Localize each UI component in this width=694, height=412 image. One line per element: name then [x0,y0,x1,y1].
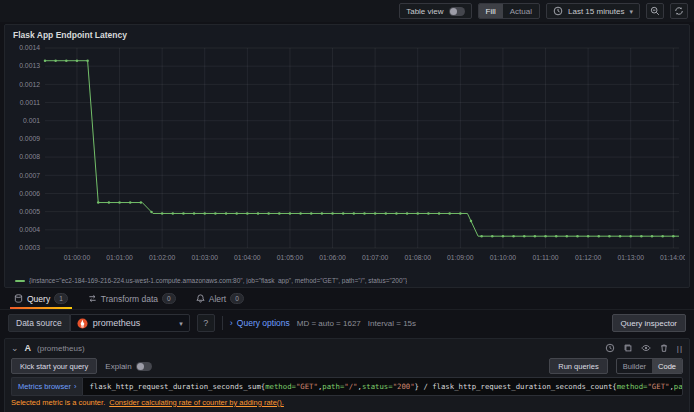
latency-panel: Flask App Endpoint Latency 0.00140.00130… [4,24,690,288]
svg-text:01:04:00: 01:04:00 [234,254,261,261]
tab-label: Query [27,294,50,304]
drag-handle[interactable]: || [677,344,683,353]
svg-text:01:06:00: 01:06:00 [319,254,346,261]
svg-text:01:09:00: 01:09:00 [447,254,474,261]
query-options-toggle[interactable]: › Query options [230,318,290,328]
kick-start-query-button[interactable]: Kick start your query [11,358,97,374]
datasource-label: Data source [8,314,70,332]
run-queries-button[interactable]: Run queries [549,358,607,374]
svg-text:01:13:00: 01:13:00 [617,254,644,261]
magnifier-minus-icon [650,6,660,16]
svg-text:0.0012: 0.0012 [19,81,40,88]
query-row-actions: || [605,343,683,353]
explain-switch[interactable] [136,362,152,371]
legend-item[interactable]: {instance="ec2-184-169-216-224.us-west-1… [9,274,685,287]
time-series-chart[interactable]: 0.00140.00130.00120.00110.0010.00090.000… [9,42,685,274]
query-actions-row: Kick start your query Explain Run querie… [11,355,683,377]
series-legend-label: {instance="ec2-184-169-216-224.us-west-1… [29,277,407,284]
svg-text:0.0007: 0.0007 [19,172,40,179]
datasource-value: prometheus [93,318,141,328]
code-button[interactable]: Code [652,359,682,373]
svg-text:01:07:00: 01:07:00 [362,254,389,261]
svg-text:0.0003: 0.0003 [19,244,40,251]
datasource-help-button[interactable]: ? [197,314,215,332]
editor-tabs: Query 1 Transform data 0 Alert 0 [0,288,694,310]
svg-text:0.0004: 0.0004 [19,226,40,233]
refresh-icon [674,6,684,16]
tab-label: Transform data [101,294,158,304]
svg-text:01:11:00: 01:11:00 [533,254,559,261]
metrics-browser-button[interactable]: Metrics browser › [11,377,82,396]
max-data-points: MD = auto = 1627 [297,319,361,328]
warning-text: Selected metric is a counter. [11,398,105,407]
tab-count-badge: 0 [230,293,244,304]
panel-title: Flask App Endpoint Latency [9,27,685,42]
query-inspector-button[interactable]: Query inspector [612,314,686,332]
time-range-picker[interactable]: Last 15 minutes ▾ [546,3,640,19]
divider [222,316,223,330]
svg-text:01:01:00: 01:01:00 [106,254,133,261]
remove-query-trash-icon[interactable] [659,343,669,353]
fill-button[interactable]: Fill [479,4,503,18]
svg-text:0.0011: 0.0011 [20,99,41,106]
svg-text:01:00:00: 01:00:00 [64,254,91,261]
datasource-picker[interactable]: prometheus ▾ [70,314,190,332]
prometheus-icon [77,318,88,329]
promql-query-input[interactable]: flask_http_request_duration_seconds_sum{… [82,377,683,396]
svg-text:01:10:00: 01:10:00 [490,254,517,261]
topbar: Table view Fill Actual Last 15 minutes ▾ [0,0,694,22]
svg-text:01:03:00: 01:03:00 [192,254,219,261]
explain-label: Explain [105,362,131,371]
clock-icon [553,6,563,16]
chevron-right-icon: › [74,382,77,391]
interval-value: Interval = 15s [368,319,416,328]
grafana-panel-editor: Table view Fill Actual Last 15 minutes ▾ [0,0,694,412]
chevron-down-icon: ▾ [629,8,633,15]
datasource-row: Data source prometheus ▾ ? › Query optio… [0,310,694,336]
tab-alert[interactable]: Alert 0 [188,288,252,309]
builder-code-group: Builder Code [616,358,683,374]
zoom-out-button[interactable] [646,3,664,19]
svg-text:0.0013: 0.0013 [19,62,40,69]
svg-text:0.0009: 0.0009 [19,135,40,142]
counter-warning: Selected metric is a counter. Consider c… [11,396,683,408]
table-view-toggle[interactable]: Table view [399,3,471,19]
hide-response-eye-icon[interactable] [641,343,651,353]
tab-transform-data[interactable]: Transform data 0 [80,288,184,309]
query-database-icon [14,294,23,303]
svg-text:0.0008: 0.0008 [19,153,40,160]
table-view-switch[interactable] [449,7,465,16]
query-code-row: Metrics browser › flask_http_request_dur… [11,377,683,396]
chevron-down-icon: ▾ [179,320,183,327]
history-clock-icon[interactable] [605,343,615,353]
refresh-button[interactable] [670,3,688,19]
query-options-label: Query options [237,318,290,328]
metrics-browser-label: Metrics browser [18,382,71,391]
transform-icon [88,294,97,303]
rate-hint-link[interactable]: Consider calculating rate of counter by … [109,398,284,407]
query-row-card: ⌄ A (prometheus) || Kick start yo [4,338,690,412]
bell-icon [196,294,205,303]
svg-text:01:08:00: 01:08:00 [404,254,431,261]
query-datasource-hint: (prometheus) [37,344,85,353]
table-view-label: Table view [406,7,443,16]
svg-text:0.0006: 0.0006 [19,190,40,197]
tab-query[interactable]: Query 1 [6,288,76,309]
svg-text:01:05:00: 01:05:00 [277,254,304,261]
svg-text:01:12:00: 01:12:00 [575,254,602,261]
svg-text:0.0005: 0.0005 [19,208,40,215]
duplicate-query-icon[interactable] [623,343,633,353]
svg-text:01:14:00: 01:14:00 [660,254,685,261]
query-ref-id: A [25,343,32,353]
tab-count-badge: 0 [162,293,176,304]
explain-toggle[interactable]: Explain [105,362,151,371]
builder-button[interactable]: Builder [617,359,652,373]
chart-svg[interactable]: 0.00140.00130.00120.00110.0010.00090.000… [9,42,685,274]
svg-text:0.001: 0.001 [23,117,40,124]
chevron-right-icon: › [230,318,233,328]
options-summary-row: › Options Legend: AutoFormat: Time serie… [11,408,683,412]
collapse-chevron-icon[interactable]: ⌄ [11,343,19,353]
svg-text:01:02:00: 01:02:00 [149,254,176,261]
actual-button[interactable]: Actual [503,4,539,18]
tab-count-badge: 1 [54,293,68,304]
